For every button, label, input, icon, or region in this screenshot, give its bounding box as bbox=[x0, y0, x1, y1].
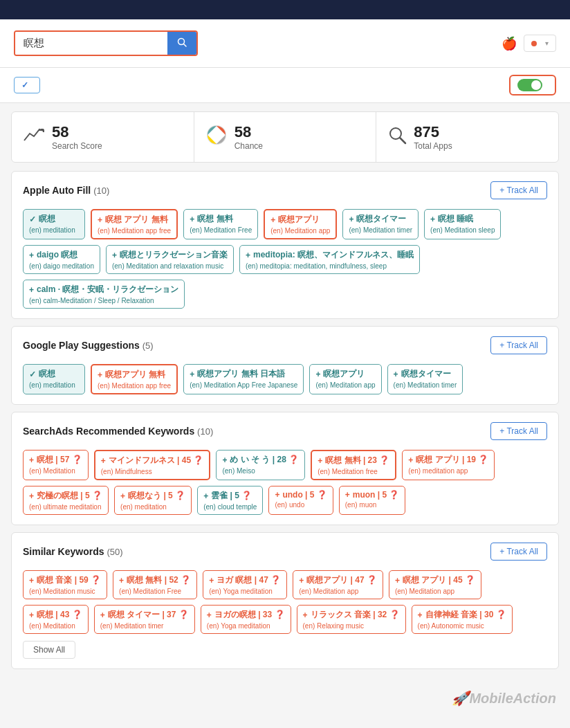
kw-main-sk2: 瞑想 無料 | 52 ❓ bbox=[127, 574, 191, 586]
track-all-button-searchads[interactable]: + Track All bbox=[490, 422, 547, 440]
kw-main-sa8: 雲雀 | 5 ❓ bbox=[211, 490, 252, 502]
kw-main-sa10: muon | 5 ❓ bbox=[353, 490, 400, 500]
keyword-tag-sk3[interactable]: +ヨガ 瞑想 | 47 ❓(en) Yoga meditation bbox=[203, 570, 287, 599]
kw-sub-sa6: (en) ultimate meditation bbox=[29, 503, 102, 511]
keyword-tag-sa3[interactable]: +め い そ う | 28 ❓(en) Meiso bbox=[216, 450, 305, 480]
check-icon: ✓ bbox=[21, 80, 28, 90]
kw-main-sk1: 瞑想 音楽 | 59 ❓ bbox=[37, 574, 101, 586]
stat-chance: 58 Chance bbox=[194, 112, 377, 162]
keyword-tag-gp3[interactable]: +瞑想アプリ 無料 日本語(en) Meditation App Free Ja… bbox=[183, 364, 304, 394]
translate-switch[interactable] bbox=[517, 79, 542, 91]
kw-main-aa9: meditopia: 瞑想、マインドフルネス、睡眠 bbox=[253, 249, 414, 261]
kw-main-gp2: 瞑想アプリ 無料 bbox=[105, 369, 165, 381]
kw-sub-sa9: (en) undo bbox=[275, 501, 327, 509]
kw-sub-sk3: (en) Yoga meditation bbox=[209, 588, 281, 595]
keyword-tag-sk10[interactable]: +自律神経 音楽 | 30 ❓(en) Autonomic music bbox=[412, 605, 513, 634]
keyword-tag-sk6[interactable]: +瞑想 | 43 ❓(en) Meditation bbox=[23, 605, 89, 634]
kw-sub-sk9: (en) Relaxing music bbox=[303, 622, 400, 630]
kw-top-aa9: +meditopia: 瞑想、マインドフルネス、睡眠 bbox=[246, 249, 414, 261]
kw-top-aa7: +daigo 瞑想 bbox=[29, 249, 94, 261]
translate-toggle-wrap[interactable] bbox=[509, 75, 556, 95]
keyword-tag-sk1[interactable]: +瞑想 音楽 | 59 ❓(en) Meditation music bbox=[23, 570, 107, 599]
kw-main-aa6: 瞑想 睡眠 bbox=[438, 213, 473, 225]
kw-top-sa3: +め い そ う | 28 ❓ bbox=[222, 454, 299, 466]
kw-sub-sa8: (en) cloud temple bbox=[203, 503, 257, 511]
section-header-google-play: Google Play Suggestions (5)+ Track All bbox=[23, 336, 547, 354]
chevron-down-icon: ▾ bbox=[545, 39, 549, 47]
keyword-tag-sa5[interactable]: +瞑想 アプリ | 19 ❓(en) meditation app bbox=[402, 450, 495, 480]
chance-label: Chance bbox=[235, 141, 263, 151]
keyword-tag-sk4[interactable]: +瞑想アプリ | 47 ❓(en) Meditation app bbox=[293, 570, 383, 599]
keyword-tag-gp1[interactable]: ✓瞑想(en) meditation bbox=[23, 364, 85, 394]
kw-sub-sa7: (en) meditation bbox=[120, 503, 185, 511]
keyword-tag-gp4[interactable]: +瞑想アプリ(en) Meditation app bbox=[309, 364, 381, 394]
kw-main-sa3: め い そ う | 28 ❓ bbox=[230, 454, 299, 466]
kw-main-sk9: リラックス 音楽 | 32 ❓ bbox=[311, 609, 400, 621]
keyword-tag-aa3[interactable]: +瞑想 無料(en) Meditation Free bbox=[183, 209, 258, 239]
kw-sub-gp5: (en) Meditation timer bbox=[394, 381, 457, 389]
plus-icon: + bbox=[207, 610, 212, 620]
total-apps-number: 875 bbox=[414, 123, 452, 141]
kw-sub-sa1: (en) Meditation bbox=[29, 467, 82, 475]
kw-top-gp2: +瞑想アプリ 無料 bbox=[98, 369, 171, 381]
kw-top-aa3: +瞑想 無料 bbox=[190, 213, 252, 225]
keyword-tag-sk5[interactable]: +瞑想 アプリ | 45 ❓(en) Meditation app bbox=[389, 570, 481, 599]
plus-icon: + bbox=[203, 491, 208, 501]
keyword-tag-sa4[interactable]: +瞑想 無料 | 23 ❓(en) Meditation free bbox=[311, 450, 396, 480]
keyword-tag-sk2[interactable]: +瞑想 無料 | 52 ❓(en) Meditation Free bbox=[113, 570, 197, 599]
keyword-tag-sa9[interactable]: +undo | 5 ❓(en) undo bbox=[268, 486, 333, 515]
keyword-tag-aa5[interactable]: +瞑想タイマー(en) Meditation timer bbox=[342, 209, 419, 239]
track-all-button-similar-keywords[interactable]: + Track All bbox=[490, 543, 547, 561]
keyword-tag-aa8[interactable]: +瞑想とリラクゼーション音楽(en) Meditation and relaxa… bbox=[106, 245, 234, 274]
search-button[interactable] bbox=[167, 32, 196, 55]
kw-sub-aa1: (en) meditation bbox=[29, 226, 79, 234]
plus-icon: + bbox=[349, 215, 353, 224]
keyword-tag-sa6[interactable]: +究極の瞑想 | 5 ❓(en) ultimate meditation bbox=[23, 486, 109, 515]
kw-sub-aa6: (en) Meditation sleep bbox=[430, 226, 495, 234]
apple-icon: 🍎 bbox=[502, 36, 517, 51]
keyword-tag-aa4[interactable]: +瞑想アプリ(en) Meditation app bbox=[264, 209, 337, 239]
kw-sub-sa2: (en) Mindfulness bbox=[101, 468, 204, 475]
kw-main-aa3: 瞑想 無料 bbox=[197, 213, 232, 225]
track-all-button-apple-autofill[interactable]: + Track All bbox=[490, 181, 547, 199]
keyword-tag-sa1[interactable]: +瞑想 | 57 ❓(en) Meditation bbox=[23, 450, 89, 480]
country-dot bbox=[531, 41, 537, 46]
track-all-button-google-play[interactable]: + Track All bbox=[490, 336, 547, 354]
kw-sub-aa10: (en) calm-Meditation / Sleep / Relaxatio… bbox=[29, 297, 178, 304]
country-selector[interactable]: ▾ bbox=[524, 35, 556, 52]
show-all-button-similar-keywords[interactable]: Show All bbox=[23, 641, 75, 659]
keyword-tag-sk9[interactable]: +リラックス 音楽 | 32 ❓(en) Relaxing music bbox=[297, 605, 406, 634]
search-score-icon bbox=[23, 125, 45, 149]
svg-line-6 bbox=[400, 138, 405, 143]
keyword-tag-sk7[interactable]: +瞑想 タイマー | 37 ❓(en) Meditation timer bbox=[94, 605, 195, 634]
kw-top-gp3: +瞑想アプリ 無料 日本語 bbox=[190, 368, 297, 380]
keyword-tag-gp2[interactable]: +瞑想アプリ 無料(en) Meditation app free bbox=[91, 364, 178, 394]
kw-top-sk8: +ヨガの瞑想 | 33 ❓ bbox=[207, 609, 285, 621]
kw-top-sa8: +雲雀 | 5 ❓ bbox=[203, 490, 257, 502]
keyword-tag-aa9[interactable]: +meditopia: 瞑想、マインドフルネス、睡眠(en) meditopia… bbox=[239, 245, 420, 274]
keyword-tag-sk8[interactable]: +ヨガの瞑想 | 33 ❓(en) Yoga meditation bbox=[201, 605, 291, 634]
keyword-tag-sa10[interactable]: +muon | 5 ❓(en) muon bbox=[339, 486, 406, 515]
keyword-tag-aa2[interactable]: +瞑想 アプリ 無料(en) Meditation app free bbox=[91, 209, 178, 239]
search-input[interactable] bbox=[15, 32, 167, 55]
section-searchads: SearchAds Recommended Keywords (10)+ Tra… bbox=[11, 412, 559, 525]
keyword-tag-aa1[interactable]: ✓瞑想(en) meditation bbox=[23, 209, 85, 239]
search-score-number: 58 bbox=[52, 123, 102, 141]
keyword-tag-sa2[interactable]: +マインドフルネス | 45 ❓(en) Mindfulness bbox=[94, 450, 211, 480]
plus-icon: + bbox=[98, 370, 102, 380]
plus-icon: + bbox=[315, 370, 320, 379]
stats-row: 58 Search Score 58 Chance 875 Total Apps bbox=[11, 111, 559, 163]
plus-icon: + bbox=[190, 370, 194, 379]
keyword-tag-aa7[interactable]: +daigo 瞑想(en) daigo meditation bbox=[23, 245, 100, 274]
selected-keyword-tag[interactable]: ✓ bbox=[14, 77, 40, 93]
kw-top-sa4: +瞑想 無料 | 23 ❓ bbox=[318, 455, 389, 466]
keyword-tag-aa6[interactable]: +瞑想 睡眠(en) Meditation sleep bbox=[424, 209, 501, 239]
keyword-tag-sa7[interactable]: +瞑想なう | 5 ❓(en) meditation bbox=[114, 486, 192, 515]
kw-sub-sa10: (en) muon bbox=[345, 501, 400, 509]
plus-icon: + bbox=[275, 490, 279, 500]
kw-top-sk9: +リラックス 音楽 | 32 ❓ bbox=[303, 609, 400, 621]
kw-top-aa10: +calm · 瞑想・安眠・リラクゼーション bbox=[29, 284, 178, 295]
keyword-tag-gp5[interactable]: +瞑想タイマー(en) Meditation timer bbox=[387, 364, 463, 394]
keyword-tag-aa10[interactable]: +calm · 瞑想・安眠・リラクゼーション(en) calm-Meditati… bbox=[23, 280, 185, 309]
keyword-tag-sa8[interactable]: +雲雀 | 5 ❓(en) cloud temple bbox=[197, 486, 263, 515]
